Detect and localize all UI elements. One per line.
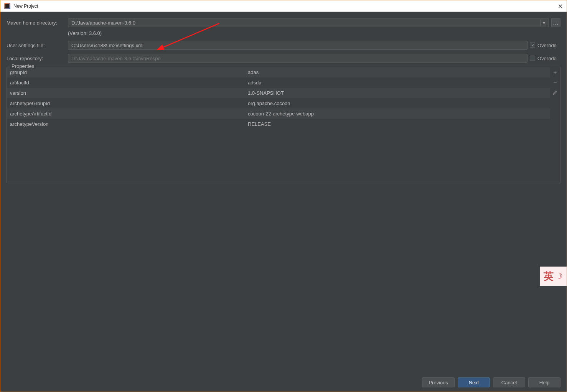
window-title: New Project [13, 3, 38, 9]
edit-property-button[interactable] [551, 89, 559, 96]
label-maven-home: Maven home directory: [7, 20, 68, 26]
previous-rest: revious [432, 380, 448, 385]
row-maven-home: Maven home directory: D:/Java/apache-mav… [7, 18, 560, 27]
table-row[interactable]: archetypeArtifactId cocoon-22-archetype-… [7, 109, 550, 119]
remove-property-button[interactable]: − [551, 79, 559, 86]
prop-val: RELEASE [245, 121, 550, 127]
maven-home-combo[interactable]: D:/Java/apache-maven-3.6.0 [68, 18, 549, 27]
add-property-button[interactable]: + [551, 69, 559, 76]
user-settings-value: C:\Users\64188\.m2\settings.xml [71, 43, 143, 48]
help-button[interactable]: Help [528, 377, 560, 387]
next-button[interactable]: Next [458, 377, 490, 387]
label-local-repo: Local repository: [7, 56, 68, 61]
previous-button[interactable]: Previous [422, 377, 455, 387]
table-row[interactable]: version 1.0-SNAPSHOT [7, 88, 550, 98]
override-local-repo-label: Override [537, 56, 557, 61]
chevron-down-icon[interactable] [540, 20, 547, 26]
properties-toolbar: + − [550, 67, 560, 183]
ellipsis-icon: ... [553, 20, 559, 26]
maven-home-value: D:/Java/apache-maven-3.6.0 [71, 20, 135, 26]
table-row[interactable]: archetypeGroupId org.apache.cocoon [7, 98, 550, 109]
prop-val: cocoon-22-archetype-webapp [245, 111, 550, 117]
moon-icon: ☽ [555, 271, 563, 281]
prop-key: artifactId [7, 80, 245, 86]
prop-val: 1.0-SNAPSHOT [245, 90, 550, 96]
properties-legend: Properties [10, 63, 36, 69]
override-user-settings-checkbox[interactable] [530, 43, 535, 48]
table-row[interactable]: groupId adas [7, 67, 550, 77]
close-icon[interactable]: ✕ [558, 3, 563, 10]
ime-indicator[interactable]: 英 ☽ [540, 267, 567, 286]
properties-table: groupId adas artifactId adsda version 1.… [7, 67, 550, 183]
ime-char: 英 [544, 270, 554, 283]
titlebar: New Project ✕ [0, 0, 567, 12]
row-user-settings: User settings file: C:\Users\64188\.m2\s… [7, 41, 560, 50]
dialog-footer: Previous Next Cancel Help [0, 373, 567, 392]
prop-val: adsda [245, 80, 550, 86]
prop-key: archetypeVersion [7, 121, 245, 127]
prop-key: archetypeArtifactId [7, 111, 245, 117]
table-row[interactable]: archetypeVersion RELEASE [7, 119, 550, 129]
table-row[interactable]: artifactId adsda [7, 77, 550, 88]
prop-key: groupId [7, 69, 245, 75]
properties-fieldset: Properties groupId adas artifactId adsda… [7, 67, 560, 183]
row-local-repo: Local repository: D:\Java\apache-maven-3… [7, 54, 560, 63]
override-user-settings-label: Override [537, 43, 557, 48]
next-rest: ext [472, 380, 479, 385]
cancel-button[interactable]: Cancel [493, 377, 525, 387]
maven-home-browse-button[interactable]: ... [551, 18, 560, 27]
prop-val: adas [245, 69, 550, 75]
dialog-content: Maven home directory: D:/Java/apache-mav… [0, 12, 567, 189]
maven-version-note: (Version: 3.6.0) [68, 30, 560, 36]
prop-val: org.apache.cocoon [245, 100, 550, 106]
local-repo-value: D:\Java\apache-maven-3.6.0\mvnRespo [71, 56, 161, 61]
app-icon [4, 3, 10, 9]
override-local-repo-checkbox[interactable] [530, 56, 535, 61]
properties-empty-area [7, 129, 550, 183]
local-repo-input: D:\Java\apache-maven-3.6.0\mvnRespo [68, 54, 527, 63]
user-settings-input[interactable]: C:\Users\64188\.m2\settings.xml [68, 41, 527, 50]
label-user-settings: User settings file: [7, 43, 68, 48]
prop-key: version [7, 90, 245, 96]
prop-key: archetypeGroupId [7, 100, 245, 106]
